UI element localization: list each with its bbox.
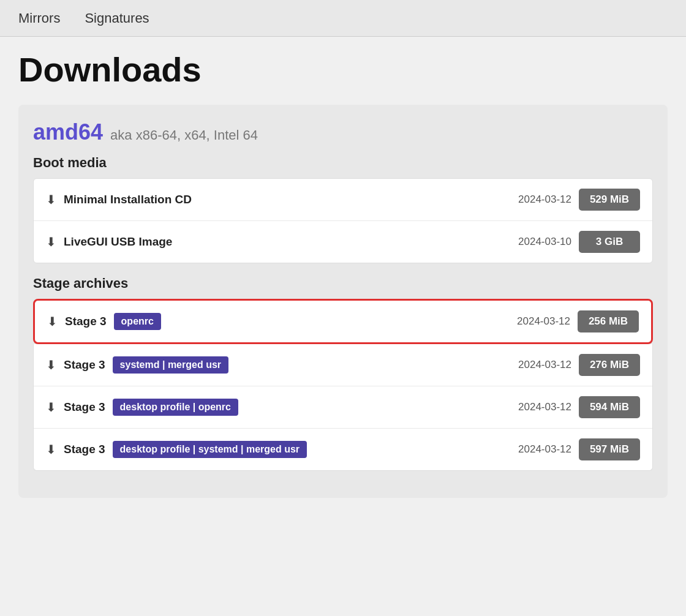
stage-item-desktop-systemd[interactable]: ⬇ Stage 3 desktop profile | systemd | me…	[34, 429, 652, 470]
stage-items-container: ⬇ Stage 3 openrc 2024-03-12 256 MiB ⬇ St…	[33, 299, 653, 471]
download-icon-stage3-systemd: ⬇	[46, 358, 56, 372]
arch-section-amd64: amd64 aka x86-64, x64, Intel 64 Boot med…	[18, 105, 668, 498]
page-content: Downloads amd64 aka x86-64, x64, Intel 6…	[0, 37, 686, 535]
size-badge-stage3-desktop-systemd: 597 MiB	[579, 438, 640, 460]
download-name-stage3-desktop-openrc: Stage 3	[64, 400, 105, 414]
size-badge-stage3-systemd: 276 MiB	[579, 354, 640, 376]
arch-header: amd64 aka x86-64, x64, Intel 64	[33, 119, 653, 145]
download-name-livegui: LiveGUI USB Image	[64, 235, 172, 249]
size-badge-stage3-openrc: 256 MiB	[578, 310, 639, 332]
tag-desktop-openrc: desktop profile | openrc	[113, 399, 238, 416]
size-badge-minimal-cd: 529 MiB	[579, 189, 640, 211]
stage-archives-section: Stage archives ⬇ Stage 3 openrc 2024-03-…	[33, 276, 653, 471]
download-date-stage3-desktop-openrc: 2024-03-12	[504, 401, 571, 413]
arch-name[interactable]: amd64	[33, 119, 103, 145]
top-nav: Mirrors Signatures	[0, 0, 686, 37]
download-date-livegui: 2024-03-10	[504, 236, 571, 248]
tag-desktop-systemd: desktop profile | systemd | merged usr	[113, 441, 307, 458]
download-date-stage3-openrc: 2024-03-12	[503, 315, 570, 328]
tag-openrc: openrc	[114, 313, 161, 330]
download-item-livegui[interactable]: ⬇ LiveGUI USB Image 2024-03-10 3 GiB	[34, 221, 652, 263]
stage-item-openrc[interactable]: ⬇ Stage 3 openrc 2024-03-12 256 MiB	[33, 299, 653, 344]
download-icon-stage3-desktop-systemd: ⬇	[46, 442, 56, 457]
download-icon-livegui: ⬇	[46, 235, 56, 249]
download-date-minimal-cd: 2024-03-12	[504, 193, 571, 206]
stage-normal-list: ⬇ Stage 3 systemd | merged usr 2024-03-1…	[33, 344, 653, 471]
download-item-minimal-cd[interactable]: ⬇ Minimal Installation CD 2024-03-12 529…	[34, 179, 652, 221]
download-icon-minimal-cd: ⬇	[46, 192, 56, 207]
stage-item-systemd[interactable]: ⬇ Stage 3 systemd | merged usr 2024-03-1…	[34, 344, 652, 386]
stage-archives-label: Stage archives	[33, 276, 653, 291]
size-badge-livegui: 3 GiB	[579, 231, 640, 253]
download-icon-stage3-desktop-openrc: ⬇	[46, 400, 56, 415]
download-name-minimal-cd: Minimal Installation CD	[64, 193, 192, 206]
download-date-stage3-systemd: 2024-03-12	[504, 359, 571, 371]
mirrors-link[interactable]: Mirrors	[12, 10, 66, 26]
arch-aka: aka x86-64, x64, Intel 64	[110, 127, 258, 143]
download-name-stage3-desktop-systemd: Stage 3	[64, 443, 105, 456]
tag-label-openrc: openrc	[114, 313, 496, 330]
size-badge-stage3-desktop-openrc: 594 MiB	[579, 396, 640, 418]
page-title: Downloads	[18, 49, 668, 90]
tag-label-desktop-systemd: desktop profile | systemd | merged usr	[113, 441, 497, 458]
boot-media-label: Boot media	[33, 155, 653, 171]
tag-systemd: systemd | merged usr	[113, 356, 228, 374]
tag-label-systemd: systemd | merged usr	[113, 356, 497, 374]
download-name-stage3-openrc: Stage 3	[65, 315, 107, 328]
stage-item-desktop-openrc[interactable]: ⬇ Stage 3 desktop profile | openrc 2024-…	[34, 386, 652, 429]
download-icon-stage3-openrc: ⬇	[47, 314, 58, 329]
download-name-stage3-systemd: Stage 3	[64, 358, 105, 372]
signatures-link[interactable]: Signatures	[78, 10, 155, 26]
tag-label-desktop-openrc: desktop profile | openrc	[113, 399, 497, 416]
download-date-stage3-desktop-systemd: 2024-03-12	[504, 443, 571, 456]
boot-media-list: ⬇ Minimal Installation CD 2024-03-12 529…	[33, 178, 653, 263]
